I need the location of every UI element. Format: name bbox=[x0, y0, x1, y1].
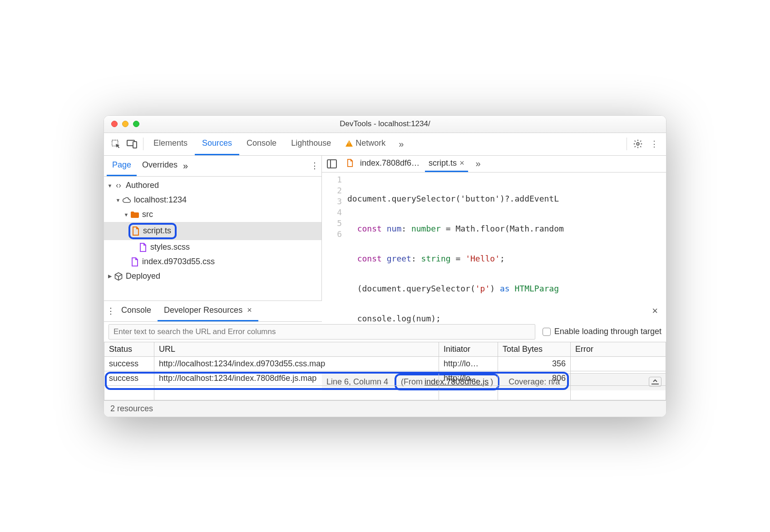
editor-tabs-overflow-icon[interactable]: » bbox=[470, 156, 486, 172]
disclosure-icon[interactable] bbox=[114, 196, 122, 204]
col-url[interactable]: URL bbox=[154, 342, 439, 356]
angle-brackets-icon: ‹› bbox=[114, 181, 123, 190]
col-error[interactable]: Error bbox=[571, 342, 666, 356]
drawer-footer: 2 resources bbox=[104, 400, 666, 417]
cloud-icon bbox=[122, 196, 131, 205]
tree-label: styles.scss bbox=[150, 242, 190, 252]
window-title: DevTools - localhost:1234/ bbox=[340, 119, 430, 128]
editor-tab-script-ts[interactable]: script.ts × bbox=[425, 156, 468, 172]
device-toolbar-icon[interactable] bbox=[124, 136, 140, 152]
sources-sidebar-tabs: Page Overrides » ⋮ bbox=[104, 156, 321, 177]
file-icon bbox=[130, 257, 139, 266]
disclosure-icon[interactable] bbox=[122, 211, 130, 219]
table-row[interactable]: success http://localhost:1234/index.d970… bbox=[104, 356, 666, 371]
more-menu-icon[interactable]: ⋮ bbox=[646, 136, 662, 152]
line-number: 4 bbox=[322, 207, 342, 218]
table-row bbox=[104, 385, 666, 400]
drawer-tab-console[interactable]: Console bbox=[115, 301, 158, 321]
tree-file-script-ts[interactable]: script.ts bbox=[104, 222, 321, 240]
devtools-window: DevTools - localhost:1234/ Elements Sour… bbox=[104, 115, 666, 417]
tree-file-index-css[interactable]: index.d9703d55.css bbox=[104, 255, 321, 269]
sidebar-tabs-overflow-icon[interactable]: » bbox=[183, 161, 188, 171]
tab-network[interactable]: Network bbox=[338, 133, 393, 155]
cell-error bbox=[571, 356, 666, 371]
cell-url: http://localhost:1234/index.7808df6e.js.… bbox=[154, 371, 439, 385]
close-drawer-icon[interactable]: × bbox=[647, 305, 663, 317]
disclosure-icon[interactable] bbox=[106, 182, 114, 190]
tab-console[interactable]: Console bbox=[239, 133, 284, 155]
drawer-more-icon[interactable]: ⋮ bbox=[107, 306, 115, 316]
tree-authored[interactable]: ‹› Authored bbox=[104, 178, 321, 193]
traffic-lights bbox=[111, 121, 139, 127]
svg-rect-4 bbox=[327, 160, 336, 168]
window-titlebar: DevTools - localhost:1234/ bbox=[104, 116, 666, 133]
col-initiator[interactable]: Initiator bbox=[439, 342, 498, 356]
code-line: const greet: string = 'Hello'; bbox=[347, 253, 666, 264]
drawer-tab-label: Developer Resources bbox=[164, 305, 242, 315]
code-line: document.querySelector('button')?.addEve… bbox=[347, 193, 666, 204]
code-line: const num: number = Math.floor(Math.rand… bbox=[347, 223, 666, 234]
resource-table[interactable]: Status URL Initiator Total Bytes Error s… bbox=[104, 342, 666, 400]
tab-elements[interactable]: Elements bbox=[146, 133, 195, 155]
table-row[interactable]: success http://localhost:1234/index.7808… bbox=[104, 371, 666, 385]
close-tab-icon[interactable]: × bbox=[247, 305, 252, 315]
tree-label: Authored bbox=[126, 181, 159, 190]
code-line: (document.querySelector('p') as HTMLPara… bbox=[347, 283, 666, 294]
checkbox-label: Enable loading through target bbox=[554, 327, 661, 336]
sources-panel: Page Overrides » ⋮ ‹› Authored localhos bbox=[104, 156, 666, 301]
file-tree[interactable]: ‹› Authored localhost:1234 src bbox=[104, 177, 321, 300]
cell-initiator: http://lo… bbox=[439, 371, 498, 385]
line-number: 6 bbox=[322, 229, 342, 240]
zoom-window-button[interactable] bbox=[133, 121, 139, 127]
svg-point-3 bbox=[637, 143, 639, 145]
editor-tab-index-js[interactable]: index.7808df6… bbox=[342, 156, 423, 172]
enable-loading-toggle[interactable]: Enable loading through target bbox=[543, 327, 661, 336]
file-icon bbox=[346, 158, 355, 167]
tree-host[interactable]: localhost:1234 bbox=[104, 193, 321, 207]
settings-icon[interactable] bbox=[630, 136, 646, 152]
cell-url: http://localhost:1234/index.d9703d55.css… bbox=[154, 356, 439, 371]
file-icon bbox=[131, 227, 140, 236]
tree-label: Deployed bbox=[126, 271, 160, 281]
col-status[interactable]: Status bbox=[104, 342, 154, 356]
close-tab-icon[interactable]: × bbox=[459, 158, 464, 168]
resource-count: 2 resources bbox=[110, 404, 153, 414]
tab-sources[interactable]: Sources bbox=[195, 133, 239, 155]
tree-label: src bbox=[142, 210, 153, 219]
toggle-navigator-icon[interactable] bbox=[324, 156, 340, 172]
file-icon bbox=[138, 243, 148, 252]
svg-rect-2 bbox=[133, 142, 137, 148]
tree-label: index.d9703d55.css bbox=[142, 257, 215, 266]
close-window-button[interactable] bbox=[111, 121, 118, 127]
editor-tab-label: index.7808df6… bbox=[360, 158, 420, 168]
tree-deployed[interactable]: Deployed bbox=[104, 269, 321, 284]
line-number: 3 bbox=[322, 196, 342, 207]
warning-icon bbox=[346, 140, 353, 147]
tree-file-styles-scss[interactable]: styles.scss bbox=[104, 240, 321, 255]
search-input[interactable] bbox=[109, 324, 535, 340]
sidebar-more-icon[interactable]: ⋮ bbox=[311, 161, 319, 171]
tree-folder-src[interactable]: src bbox=[104, 207, 321, 222]
cell-error bbox=[571, 371, 666, 385]
cell-status: success bbox=[104, 356, 154, 371]
cell-status: success bbox=[104, 371, 154, 385]
sidebar-tab-page[interactable]: Page bbox=[107, 156, 137, 176]
table-header-row: Status URL Initiator Total Bytes Error bbox=[104, 342, 666, 356]
tab-lighthouse[interactable]: Lighthouse bbox=[284, 133, 338, 155]
overflow-tabs-icon[interactable]: » bbox=[393, 136, 409, 152]
line-number: 1 bbox=[322, 174, 342, 185]
editor-tabbar: index.7808df6… script.ts × » bbox=[322, 156, 666, 172]
sidebar-tab-overrides[interactable]: Overrides bbox=[137, 156, 183, 176]
inspect-element-icon[interactable] bbox=[108, 136, 124, 152]
tree-label: localhost:1234 bbox=[134, 195, 187, 205]
line-number: 2 bbox=[322, 185, 342, 196]
disclosure-icon[interactable] bbox=[106, 272, 114, 281]
drawer-tab-developer-resources[interactable]: Developer Resources × bbox=[158, 301, 258, 321]
box-icon bbox=[114, 272, 123, 281]
code-line: console.log(num); bbox=[347, 313, 666, 324]
col-total-bytes[interactable]: Total Bytes bbox=[498, 342, 571, 356]
minimize-window-button[interactable] bbox=[122, 121, 128, 127]
cell-initiator: http://lo… bbox=[439, 356, 498, 371]
checkbox-icon[interactable] bbox=[543, 328, 551, 336]
resource-table-wrap: Status URL Initiator Total Bytes Error s… bbox=[104, 342, 666, 400]
